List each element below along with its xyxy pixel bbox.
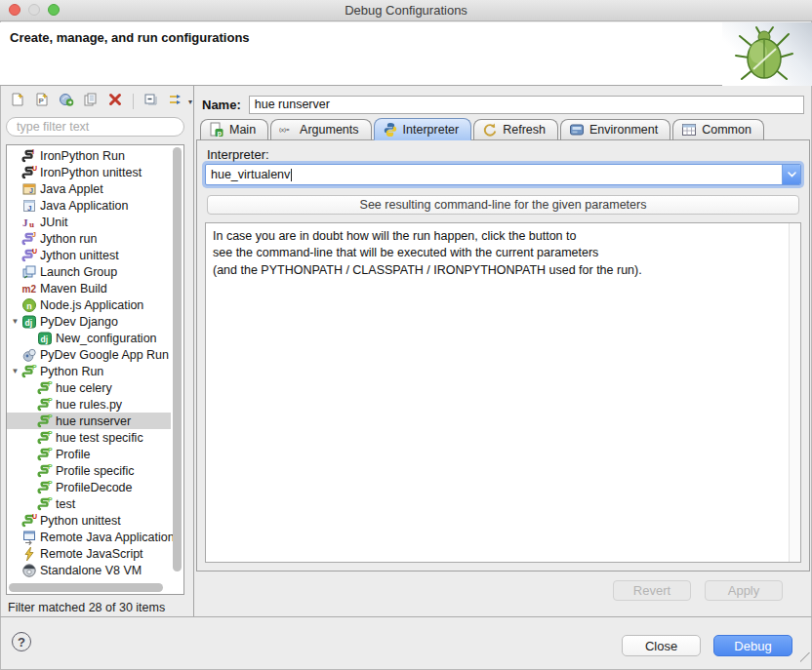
tree-item-label: Node.js Application (38, 298, 143, 312)
debug-bug-icon (730, 24, 798, 89)
info-scrollbar[interactable] (789, 223, 800, 562)
traffic-lights (9, 4, 60, 16)
dropdown-arrow-icon[interactable]: ▾ (188, 98, 192, 106)
remote-java-icon (21, 530, 38, 545)
tree-item[interactable]: ▼PPython Run (7, 363, 171, 379)
see-command-line-button[interactable]: See resulting command-line for the given… (207, 195, 799, 215)
zoom-window-icon[interactable] (48, 4, 60, 16)
resize-grip-icon[interactable] (800, 652, 810, 662)
expanded-triangle-icon[interactable]: ▼ (7, 367, 21, 375)
svg-text:dj: dj (25, 317, 33, 327)
tree-item-label: Remote Java Application (38, 531, 175, 544)
v8-icon (21, 563, 38, 578)
name-label: Name: (202, 98, 241, 112)
python-run-icon: P (37, 463, 54, 479)
svg-text:U: U (32, 248, 37, 255)
svg-text:u: u (29, 219, 34, 229)
tree-item-label: JUnit (38, 216, 67, 229)
tree-item[interactable]: PProfile specific (7, 462, 171, 479)
config-tree[interactable]: IIronPython RunUIronPython unittestJJava… (6, 144, 184, 595)
django-icon: dj (21, 314, 38, 330)
tree-item[interactable]: Phue runserver (7, 413, 171, 429)
filter-configurations-button[interactable] (166, 92, 185, 111)
collapse-all-button[interactable] (142, 92, 161, 111)
delete-icon (107, 92, 123, 111)
configurations-sidebar: +P+▾ IIronPython RunUIronPython unittest… (0, 86, 194, 616)
tree-item[interactable]: djNew_configuration (7, 330, 171, 346)
filter-input[interactable] (6, 117, 184, 137)
tree-item[interactable]: Remote JavaScript (7, 545, 171, 562)
jython-unittest-icon: U (21, 248, 38, 263)
page-title: Create, manage, and run configurations (10, 30, 250, 45)
tree-item[interactable]: ▼djPyDev Django (7, 313, 171, 330)
tree-vertical-scrollbar[interactable] (172, 147, 183, 580)
tree-item[interactable]: JJython run (7, 230, 171, 247)
config-tree-items: IIronPython RunUIronPython unittestJJava… (7, 147, 171, 578)
debug-button[interactable]: Debug (713, 635, 792, 656)
revert-button[interactable]: Revert (613, 580, 691, 601)
tab-label: Refresh (503, 123, 546, 137)
new-configuration-button[interactable]: + (8, 92, 27, 111)
tree-item[interactable]: PProfileDecode (7, 479, 171, 495)
tree-horizontal-scrollbar[interactable] (9, 583, 168, 592)
tree-item[interactable]: Phue test specific (7, 429, 171, 446)
junit-icon: Ju (21, 215, 38, 230)
tree-item[interactable]: UPython unittest (7, 512, 171, 529)
interpreter-label: Interpreter: (207, 147, 269, 162)
svg-text:J: J (27, 203, 31, 212)
name-row: Name: (202, 95, 804, 114)
delete-configuration-button[interactable] (105, 92, 125, 111)
tree-item-label: test (54, 497, 75, 511)
svg-text:P: P (48, 447, 53, 453)
tree-item[interactable]: UIronPython unittest (7, 164, 171, 180)
tree-item[interactable]: IIronPython Run (7, 147, 171, 164)
command-info-area: In case you are in doubt how will the ru… (205, 222, 801, 563)
python-run-icon: P (37, 380, 54, 396)
tab-label: Main (229, 123, 256, 137)
close-button[interactable]: Close (622, 635, 701, 656)
tree-item[interactable]: PProfile (7, 446, 171, 462)
combobox-dropdown-icon[interactable] (782, 165, 800, 184)
tree-item[interactable]: m2Maven Build (7, 280, 171, 296)
tab-environment-icon (569, 122, 585, 138)
tree-item[interactable]: Remote Java Application (7, 529, 171, 545)
new-prototype-button[interactable]: P+ (32, 92, 52, 111)
expanded-triangle-icon[interactable]: ▼ (7, 317, 21, 326)
dialog-footer: ? Close Debug (0, 616, 812, 670)
name-input[interactable] (249, 96, 804, 114)
tab-common[interactable]: Common (672, 119, 764, 140)
new-prototype-icon: P+ (34, 92, 50, 111)
tree-item[interactable]: Ptest (7, 495, 171, 512)
nodejs-icon: n (21, 297, 38, 313)
launch-group-icon (21, 264, 38, 280)
tab-environment[interactable]: Environment (560, 119, 670, 140)
tree-item[interactable]: Launch Group (7, 263, 171, 280)
tree-item[interactable]: Phue celery (7, 379, 171, 396)
tree-item[interactable]: JJava Applet (7, 180, 171, 197)
tab-main[interactable]: pMain (200, 119, 268, 140)
tab-interpreter[interactable]: Interpreter (374, 118, 472, 140)
interpreter-combobox[interactable]: hue_virtualenv (205, 164, 801, 185)
tree-item[interactable]: Standalone V8 VM (7, 562, 171, 578)
filter-status-text: Filter matched 28 of 30 items (8, 601, 165, 614)
export-configurations-button[interactable] (57, 92, 76, 111)
remote-js-icon (21, 546, 38, 562)
help-button[interactable]: ? (12, 632, 31, 651)
duplicate-configuration-button[interactable] (81, 92, 101, 111)
svg-text:P: P (48, 496, 53, 503)
duplicate-icon (83, 92, 99, 111)
tree-item[interactable]: PyDev Google App Run (7, 346, 171, 363)
tree-item[interactable]: JuJUnit (7, 214, 171, 230)
tab-label: Interpreter (403, 123, 460, 137)
java-applet-icon: J (21, 181, 38, 197)
tab-arguments[interactable]: (x)=Arguments (270, 119, 371, 140)
tree-item[interactable]: Phue rules.py (7, 396, 171, 413)
title-bar[interactable]: Debug Configurations (0, 0, 812, 21)
tree-item[interactable]: UJython unittest (7, 247, 171, 263)
apply-button[interactable]: Apply (705, 580, 783, 601)
configuration-detail-panel: Name: pMain(x)=ArgumentsInterpreterRefre… (194, 86, 812, 616)
tree-item[interactable]: nNode.js Application (7, 296, 171, 313)
close-window-icon[interactable] (9, 4, 20, 16)
tab-refresh[interactable]: Refresh (473, 119, 558, 140)
tree-item[interactable]: JJava Application (7, 197, 171, 214)
